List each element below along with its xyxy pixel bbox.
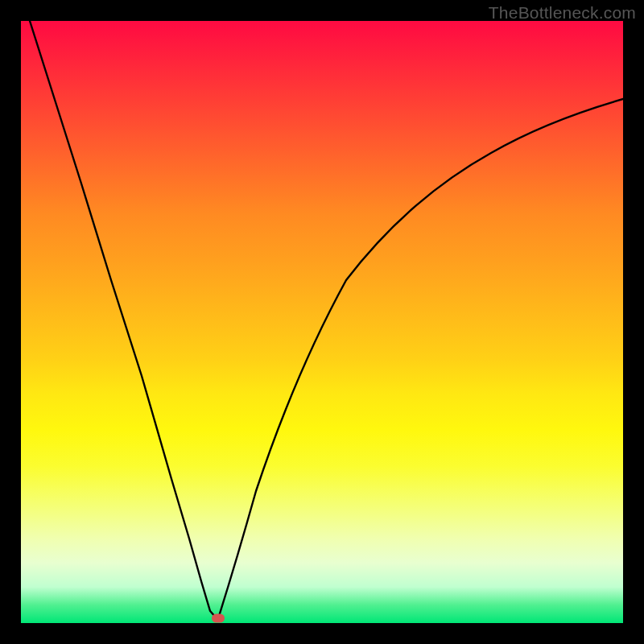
watermark-text: TheBottleneck.com xyxy=(489,3,636,23)
plot-area xyxy=(21,21,623,623)
minimum-marker xyxy=(212,614,225,623)
curve-left-branch xyxy=(30,21,218,620)
chart-frame: TheBottleneck.com xyxy=(0,0,644,644)
bottleneck-curve xyxy=(21,21,623,623)
curve-right-branch xyxy=(218,99,623,620)
